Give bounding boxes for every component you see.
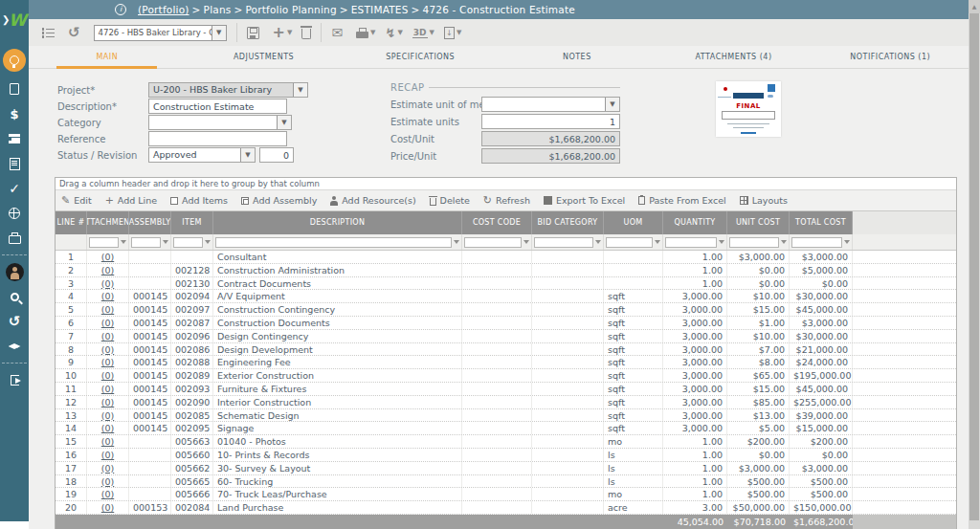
table-row[interactable]: 16(0)00566010- Prints & Recordsls1.00$0.… xyxy=(56,449,956,462)
scroll-up-arrow-icon[interactable]: ▲ xyxy=(969,0,980,13)
column-header-line-number[interactable]: LINE # xyxy=(56,211,87,234)
sidebar-item-search[interactable] xyxy=(0,284,29,309)
filter-funnel-icon[interactable] xyxy=(781,240,787,244)
sidebar-item-approvals[interactable]: ✓ xyxy=(0,176,29,201)
attachment-count-link[interactable]: (0) xyxy=(101,489,114,499)
add-assembly-button[interactable]: Add Assembly xyxy=(241,195,317,206)
sidebar-item-financials[interactable]: $ xyxy=(0,101,29,126)
estimate-units-input[interactable] xyxy=(481,114,620,129)
estimate-uom-select[interactable]: ▼ xyxy=(481,97,620,112)
chevron-down-icon[interactable]: ▼ xyxy=(605,98,619,111)
revision-input[interactable] xyxy=(259,147,294,163)
actions-button[interactable]: ↯▼ xyxy=(386,26,403,40)
filter-funnel-icon[interactable] xyxy=(121,240,126,244)
table-row[interactable]: 4(0)000145002094A/V Equipmentsqft3,000.0… xyxy=(56,290,956,303)
filter-input-bid-category[interactable] xyxy=(534,237,593,248)
delete-button[interactable]: Delete xyxy=(430,195,470,206)
table-row[interactable]: 14(0)000145002095Signagesqft3,000.00$5.0… xyxy=(56,422,956,435)
attachment-count-link[interactable]: (0) xyxy=(101,357,114,367)
table-row[interactable]: 9(0)000145002088Engineering Feesqft3,000… xyxy=(56,356,956,369)
column-header-bid-category[interactable]: BID CATEGORY xyxy=(532,211,604,234)
filter-funnel-icon[interactable] xyxy=(719,240,724,244)
group-by-drop-zone[interactable]: Drag a column header and drop it here to… xyxy=(56,178,956,190)
attachment-count-link[interactable]: (0) xyxy=(101,410,114,421)
undo-history-button[interactable]: ↺ xyxy=(68,26,80,40)
export-button[interactable]: ↓▼ xyxy=(444,27,461,39)
add-button[interactable]: +▼ xyxy=(273,25,293,40)
filter-input-total-cost[interactable] xyxy=(791,237,842,248)
table-row[interactable]: 3(0)002130Contract Documents1.00$0.00$0.… xyxy=(56,277,956,291)
column-header-cost-code[interactable]: COST CODE xyxy=(462,211,532,234)
delete-button[interactable] xyxy=(301,26,311,39)
sidebar-item-budget[interactable] xyxy=(0,126,29,151)
tab-notes[interactable]: NOTES xyxy=(499,46,656,68)
table-row[interactable]: 1(0)Consultant1.00$3,000.00$3,000.00 xyxy=(56,251,956,264)
column-header-unit-cost[interactable]: UNIT COST xyxy=(727,211,790,234)
attachment-count-link[interactable]: (0) xyxy=(101,450,114,460)
attachment-count-link[interactable]: (0) xyxy=(101,278,114,289)
sidebar-item-planning[interactable] xyxy=(0,44,29,77)
filter-funnel-icon[interactable] xyxy=(205,240,211,244)
tab-attachments-4[interactable]: ATTACHMENTS (4) xyxy=(656,46,813,68)
reference-input[interactable] xyxy=(148,131,287,146)
vertical-scrollbar[interactable]: ▲ xyxy=(969,0,980,529)
table-row[interactable]: 7(0)000145002096Design Contingencysqft3,… xyxy=(56,330,956,343)
attachment-count-link[interactable]: (0) xyxy=(101,384,114,394)
attachment-count-link[interactable]: (0) xyxy=(101,291,114,301)
refresh-button[interactable]: ↻Refresh xyxy=(483,195,530,206)
table-row[interactable]: 19(0)00566670- Truck Leas/Purchasemo1.00… xyxy=(56,488,956,501)
attachment-count-link[interactable]: (0) xyxy=(101,252,114,262)
table-row[interactable]: 17(0)00566230- Survey & Layoutls1.00$3,0… xyxy=(56,462,956,475)
chevron-down-icon[interactable]: ▼ xyxy=(370,29,375,36)
paste-from-excel-button[interactable]: Paste From Excel xyxy=(638,195,725,206)
chevron-down-icon[interactable]: ▼ xyxy=(430,29,434,36)
attachment-count-link[interactable]: (0) xyxy=(101,463,114,474)
filter-input-attachment[interactable] xyxy=(89,237,119,248)
attachment-count-link[interactable]: (0) xyxy=(101,423,114,433)
attachment-count-link[interactable]: (0) xyxy=(101,344,114,355)
filter-input-description[interactable] xyxy=(215,237,452,248)
filter-funnel-icon[interactable] xyxy=(595,240,601,244)
3d-view-button[interactable]: 3D▼ xyxy=(412,28,434,38)
layouts-button[interactable]: Layouts xyxy=(740,195,788,206)
column-header-assembly[interactable]: ASSEMBLY xyxy=(129,211,171,234)
status-select[interactable]: Approved ▼ xyxy=(148,147,256,163)
attachment-count-link[interactable]: (0) xyxy=(101,370,114,381)
column-header-item[interactable]: ITEM xyxy=(171,211,213,234)
filter-funnel-icon[interactable] xyxy=(844,240,850,244)
column-header-total-cost[interactable]: TOTAL COST xyxy=(790,211,853,234)
add-line-button[interactable]: +Add Line xyxy=(105,195,157,206)
filter-input-quantity[interactable] xyxy=(665,237,717,248)
filter-input-item[interactable] xyxy=(173,237,203,248)
table-row[interactable]: 2(0)002128Construction Administration1.0… xyxy=(56,264,956,277)
description-input[interactable] xyxy=(148,99,287,114)
chevron-down-icon[interactable]: ▼ xyxy=(293,83,307,97)
column-header-description[interactable]: DESCRIPTION xyxy=(213,211,462,234)
chevron-down-icon[interactable]: ▼ xyxy=(212,26,226,40)
attachment-count-link[interactable]: (0) xyxy=(101,304,114,315)
tab-notifications-1[interactable]: NOTIFICATIONS (1) xyxy=(812,46,969,68)
sidebar-item-profile[interactable] xyxy=(0,259,29,284)
column-header-uom[interactable]: UOM xyxy=(604,211,663,234)
email-button[interactable]: ✉ xyxy=(331,25,343,40)
scrollbar-thumb[interactable] xyxy=(969,13,979,520)
table-row[interactable]: 15(0)00566301040 - Photosmo1.00$200.00$2… xyxy=(56,435,956,449)
sidebar-item-projects[interactable] xyxy=(0,226,29,251)
table-row[interactable]: 13(0)000145002085Schematic Designsqft3,0… xyxy=(56,409,956,423)
filter-input-uom[interactable] xyxy=(606,237,653,248)
column-header-attachment[interactable]: ATTACHMENT xyxy=(87,211,129,234)
project-select[interactable]: U-200 - HBS Baker Library ▼ xyxy=(148,82,308,98)
app-logo[interactable]: ❯ W xyxy=(0,0,29,44)
edit-button[interactable]: ✎Edit xyxy=(61,195,92,206)
save-button[interactable] xyxy=(247,27,259,39)
filter-input-assembly[interactable] xyxy=(131,237,161,248)
filter-funnel-icon[interactable] xyxy=(454,240,459,244)
estimate-selector[interactable]: 4726 - HBS Baker Library - Construc ▼ xyxy=(94,25,227,41)
attachment-count-link[interactable]: (0) xyxy=(101,397,114,408)
table-row[interactable]: 5(0)000145002097Construction Contingency… xyxy=(56,303,956,317)
category-select[interactable]: ▼ xyxy=(148,115,292,130)
filter-input-unit-cost[interactable] xyxy=(729,237,779,248)
attachment-count-link[interactable]: (0) xyxy=(101,318,114,328)
column-header-quantity[interactable]: QUANTITY xyxy=(663,211,727,234)
table-row[interactable]: 20(0)000153002084Land Purchaseacre3.00$5… xyxy=(56,501,956,515)
